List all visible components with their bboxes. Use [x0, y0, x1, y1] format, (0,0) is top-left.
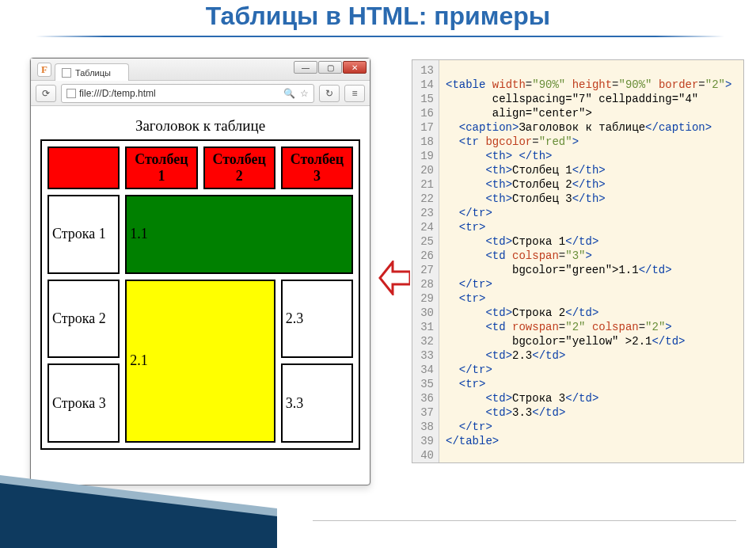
page-icon [62, 68, 71, 78]
table-header: Столбец 2 [203, 147, 275, 189]
demo-table: Столбец 1Столбец 2Столбец 3 Строка 11.1С… [40, 139, 360, 450]
window-buttons [294, 61, 367, 74]
menu-button[interactable]: ≡ [344, 85, 365, 102]
table-header: Столбец 3 [281, 147, 353, 189]
line-numbers: 1314151617181920212223242526272829303132… [412, 60, 439, 462]
table-cell: 3.3 [281, 363, 353, 443]
page-icon [66, 89, 76, 98]
bottom-rule [313, 520, 736, 521]
page-viewport: Заголовок к таблице Столбец 1Столбец 2Ст… [31, 106, 370, 458]
browser-favicon: F [37, 63, 51, 77]
browser-window: F Таблицы ⟳ file:///D:/temp.html 🔍 ☆ [30, 58, 370, 485]
address-bar: ⟳ file:///D:/temp.html 🔍 ☆ ↻ ≡ [31, 81, 370, 106]
url-input[interactable]: file:///D:/temp.html 🔍 ☆ [61, 84, 314, 103]
row-label: Строка 1 [47, 195, 120, 274]
row-label: Строка 3 [47, 363, 120, 443]
browser-tab[interactable]: Таблицы [55, 63, 129, 81]
tab-title: Таблицы [75, 68, 111, 78]
table-cell: 2.3 [281, 280, 353, 359]
table-cell: 1.1 [125, 195, 353, 274]
loop-button[interactable]: ↻ [319, 85, 340, 102]
maximize-button[interactable] [318, 61, 342, 74]
table-header: Столбец 1 [125, 147, 197, 189]
code-body[interactable]: <table width="90%" height="90%" border="… [439, 60, 738, 462]
bookmark-icon[interactable]: ☆ [300, 88, 309, 99]
table-header [47, 147, 120, 189]
minimize-button[interactable] [294, 61, 317, 74]
table-caption: Заголовок к таблице [40, 117, 360, 135]
row-label: Строка 2 [47, 280, 120, 359]
reload-button[interactable]: ⟳ [36, 85, 56, 102]
title-underline [36, 36, 724, 37]
table-cell: 2.1 [125, 280, 275, 443]
arrow-left-icon [378, 261, 410, 295]
search-icon[interactable]: 🔍 [283, 88, 295, 99]
code-editor: 1314151617181920212223242526272829303132… [412, 59, 744, 463]
url-text: file:///D:/temp.html [79, 88, 156, 99]
close-button[interactable] [343, 61, 367, 74]
slide-title: Таблицы в HTML: примеры [0, 0, 756, 36]
browser-titlebar: F Таблицы [31, 59, 370, 81]
